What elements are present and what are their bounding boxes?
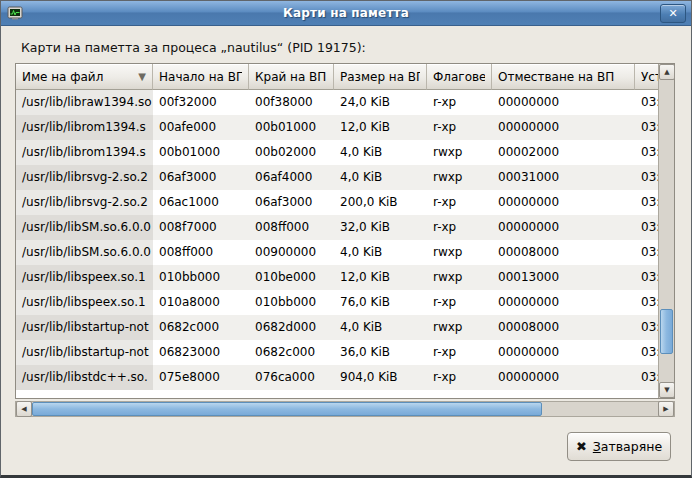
cell-vm-start: 008ff000: [153, 240, 249, 265]
cell-vm-size: 4,0 KiB: [334, 240, 427, 265]
arrow-down-icon: ▼: [664, 386, 669, 394]
cell-vm-start: 00afe000: [153, 115, 249, 140]
cell-vm-size: 76,0 KiB: [334, 290, 427, 315]
cell-vm-size: 4,0 KiB: [334, 315, 427, 340]
cell-filename: /usr/lib/librsvg-2.so.2: [16, 190, 153, 215]
cell-vm-offset: 00000000: [492, 90, 635, 115]
cell-flags: r-xp: [427, 290, 492, 315]
memory-maps-dialog: Карти на паметта ✕ Карти на паметта за п…: [0, 0, 692, 478]
scroll-down-button[interactable]: ▼: [659, 382, 675, 398]
cell-vm-end: 010bb000: [249, 290, 334, 315]
cell-vm-size: 12,0 KiB: [334, 265, 427, 290]
table-row[interactable]: /usr/lib/librom1394.s00b0100000b020004,0…: [16, 140, 659, 165]
table-row[interactable]: /usr/lib/libstartup-not068230000682c0003…: [16, 340, 659, 365]
cell-flags: r-xp: [427, 190, 492, 215]
cell-vm-end: 00f38000: [249, 90, 334, 115]
cell-vm-size: 904,0 KiB: [334, 365, 427, 390]
cell-vm-offset: 00000000: [492, 215, 635, 240]
close-x-icon: ✕: [668, 7, 677, 20]
horizontal-scrollbar[interactable]: ◀ ▶: [15, 401, 675, 417]
cell-device: 03:02: [635, 165, 659, 190]
cell-filename: /usr/lib/libstartup-not: [16, 340, 153, 365]
scroll-right-button[interactable]: ▶: [658, 401, 674, 417]
scroll-up-button[interactable]: ▲: [659, 64, 675, 80]
cell-flags: r-xp: [427, 340, 492, 365]
cell-filename: /usr/lib/libraw1394.so: [16, 90, 153, 115]
cell-vm-end: 0682c000: [249, 340, 334, 365]
cell-filename: /usr/lib/librom1394.s: [16, 115, 153, 140]
window-close-button[interactable]: ✕: [660, 4, 686, 23]
table-row[interactable]: /usr/lib/librsvg-2.so.206ac100006af30002…: [16, 190, 659, 215]
table-row[interactable]: /usr/lib/libspeex.so.1010bb000010be00012…: [16, 265, 659, 290]
cell-vm-start: 010bb000: [153, 265, 249, 290]
cell-filename: /usr/lib/libspeex.so.1: [16, 290, 153, 315]
column-header-vm-end[interactable]: Край на ВП: [249, 64, 334, 90]
cell-flags: r-xp: [427, 365, 492, 390]
cell-flags: rwxp: [427, 265, 492, 290]
cell-vm-offset: 00008000: [492, 240, 635, 265]
arrow-up-icon: ▲: [664, 68, 669, 76]
vertical-scrollbar[interactable]: ▲ ▼: [658, 64, 674, 398]
cell-flags: r-xp: [427, 115, 492, 140]
close-dialog-button[interactable]: ✖ Затваряне: [567, 432, 671, 461]
cell-filename: /usr/lib/libSM.so.6.0.0: [16, 240, 153, 265]
cell-vm-start: 06823000: [153, 340, 249, 365]
column-header-vm-start[interactable]: Начало на ВП: [153, 64, 249, 90]
table-row[interactable]: /usr/lib/librsvg-2.so.206af300006af40004…: [16, 165, 659, 190]
cell-vm-size: 12,0 KiB: [334, 115, 427, 140]
table-row[interactable]: /usr/lib/librom1394.s00afe00000b0100012,…: [16, 115, 659, 140]
table-row[interactable]: /usr/lib/libstdc++.so.075e8000076ca00090…: [16, 365, 659, 390]
scroll-left-button[interactable]: ◀: [16, 401, 32, 417]
cell-vm-end: 00900000: [249, 240, 334, 265]
cell-vm-end: 06af3000: [249, 190, 334, 215]
cell-vm-start: 00b01000: [153, 140, 249, 165]
table-header-row: Име на файл▼Начало на ВПКрай на ВПРазмер…: [16, 64, 659, 90]
column-header-label: Име на файл: [22, 70, 103, 84]
horizontal-scrollbar-thumb[interactable]: [32, 402, 542, 416]
cell-vm-end: 00b01000: [249, 115, 334, 140]
cell-vm-start: 010a8000: [153, 290, 249, 315]
cell-device: 03:02: [635, 215, 659, 240]
cell-vm-offset: 00000000: [492, 190, 635, 215]
cell-vm-start: 06af3000: [153, 165, 249, 190]
cell-device: 03:02: [635, 90, 659, 115]
cell-vm-size: 200,0 KiB: [334, 190, 427, 215]
cell-vm-size: 36,0 KiB: [334, 340, 427, 365]
dialog-description: Карти на паметта за процеса „nautilus“ (…: [21, 40, 366, 55]
cell-vm-end: 010be000: [249, 265, 334, 290]
column-header-vm-offset[interactable]: Отместване на ВП: [492, 64, 635, 90]
cell-vm-offset: 00008000: [492, 315, 635, 340]
table-row[interactable]: /usr/lib/libstartup-not0682c0000682d0004…: [16, 315, 659, 340]
column-header-label: Устройство: [641, 70, 659, 84]
table-row[interactable]: /usr/lib/libSM.so.6.0.0008f7000008ff0003…: [16, 215, 659, 240]
cell-device: 03:02: [635, 290, 659, 315]
cell-device: 03:02: [635, 365, 659, 390]
system-monitor-icon: [7, 5, 23, 21]
column-header-device[interactable]: Устройство: [635, 64, 659, 90]
cell-vm-offset: 00000000: [492, 115, 635, 140]
table-body: /usr/lib/libraw1394.so00f3200000f3800024…: [16, 90, 659, 390]
table-viewport: Име на файл▼Начало на ВПКрай на ВПРазмер…: [16, 64, 659, 398]
sort-descending-icon: ▼: [134, 72, 146, 82]
titlebar[interactable]: Карти на паметта ✕: [1, 1, 691, 26]
cell-vm-offset: 00000000: [492, 290, 635, 315]
cell-vm-size: 4,0 KiB: [334, 140, 427, 165]
column-header-vm-size[interactable]: Размер на ВП: [334, 64, 427, 90]
table-row[interactable]: /usr/lib/libraw1394.so00f3200000f3800024…: [16, 90, 659, 115]
table-row[interactable]: /usr/lib/libSM.so.6.0.0008ff000009000004…: [16, 240, 659, 265]
cell-flags: r-xp: [427, 215, 492, 240]
cell-filename: /usr/lib/librom1394.s: [16, 140, 153, 165]
column-header-label: Начало на ВП: [159, 70, 242, 84]
column-header-flags[interactable]: Флагове: [427, 64, 492, 90]
cell-flags: r-xp: [427, 90, 492, 115]
table-row[interactable]: /usr/lib/libspeex.so.1010a8000010bb00076…: [16, 290, 659, 315]
cell-device: 03:02: [635, 340, 659, 365]
cell-filename: /usr/lib/libstdc++.so.: [16, 365, 153, 390]
arrow-left-icon: ◀: [21, 405, 26, 413]
column-header-label: Отместване на ВП: [498, 70, 614, 84]
vertical-scrollbar-thumb[interactable]: [660, 309, 673, 354]
cell-vm-start: 06ac1000: [153, 190, 249, 215]
column-header-filename[interactable]: Име на файл▼: [16, 64, 153, 90]
cell-flags: rwxp: [427, 315, 492, 340]
close-x-icon: ✖: [576, 440, 587, 453]
